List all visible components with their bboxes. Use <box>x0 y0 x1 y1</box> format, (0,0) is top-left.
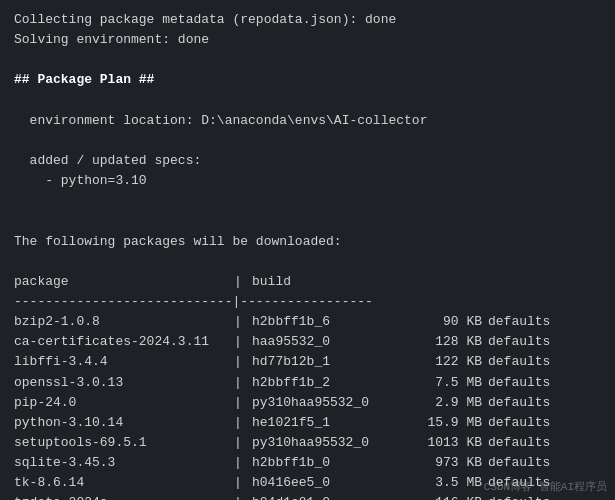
pkg-build: py310haa95532_0 <box>252 433 412 453</box>
table-header: package | build <box>14 272 601 292</box>
table-row: bzip2-1.0.8 | h2bbff1b_6 90 KB defaults <box>14 312 601 332</box>
line-empty-5 <box>14 211 601 231</box>
pkg-channel: defaults <box>482 352 562 372</box>
pkg-name: libffi-3.4.4 <box>14 352 234 372</box>
pkg-channel: defaults <box>482 433 562 453</box>
table-divider: ----------------------------|-----------… <box>14 292 601 312</box>
pkg-name: python-3.10.14 <box>14 413 234 433</box>
table-row: sqlite-3.45.3 | h2bbff1b_0 973 KB defaul… <box>14 453 601 473</box>
pkg-channel: defaults <box>482 393 562 413</box>
pkg-sep: | <box>234 473 252 493</box>
pkg-channel: defaults <box>482 312 562 332</box>
pkg-sep: | <box>234 312 252 332</box>
line-empty-2 <box>14 91 601 111</box>
line-package-plan: ## Package Plan ## <box>14 70 601 90</box>
table-row: pip-24.0 | py310haa95532_0 2.9 MB defaul… <box>14 393 601 413</box>
pkg-size: 7.5 MB <box>412 373 482 393</box>
pkg-channel: defaults <box>482 413 562 433</box>
table-row: openssl-3.0.13 | h2bbff1b_2 7.5 MB defau… <box>14 373 601 393</box>
pkg-build: h2bbff1b_2 <box>252 373 412 393</box>
line-following-packages: The following packages will be downloade… <box>14 232 601 252</box>
pkg-name: openssl-3.0.13 <box>14 373 234 393</box>
pkg-size: 90 KB <box>412 312 482 332</box>
table-row: ca-certificates-2024.3.11 | haa95532_0 1… <box>14 332 601 352</box>
pkg-sep: | <box>234 373 252 393</box>
pkg-size: 3.5 MB <box>412 473 482 493</box>
pkg-size: 15.9 MB <box>412 413 482 433</box>
pkg-build: h04d1e81_0 <box>252 493 412 500</box>
pkg-sep: | <box>234 453 252 473</box>
pkg-name: pip-24.0 <box>14 393 234 413</box>
watermark-text: CSDN博客 智能AI程序员 <box>484 479 607 494</box>
table-row: libffi-3.4.4 | hd77b12b_1 122 KB default… <box>14 352 601 372</box>
pkg-channel: defaults <box>482 332 562 352</box>
pkg-build: h2bbff1b_6 <box>252 312 412 332</box>
pkg-name: setuptools-69.5.1 <box>14 433 234 453</box>
pkg-size: 116 KB <box>412 493 482 500</box>
col-header-package: package <box>14 272 234 292</box>
pkg-name: sqlite-3.45.3 <box>14 453 234 473</box>
col-header-sep: | <box>234 272 252 292</box>
pkg-build: hd77b12b_1 <box>252 352 412 372</box>
line-empty-1 <box>14 50 601 70</box>
line-empty-3 <box>14 131 601 151</box>
pkg-sep: | <box>234 493 252 500</box>
table-row: tzdata-2024a | h04d1e81_0 116 KB default… <box>14 493 601 500</box>
pkg-build: py310haa95532_0 <box>252 393 412 413</box>
pkg-size: 973 KB <box>412 453 482 473</box>
pkg-size: 1013 KB <box>412 433 482 453</box>
pkg-size: 128 KB <box>412 332 482 352</box>
line-empty-4 <box>14 191 601 211</box>
pkg-sep: | <box>234 332 252 352</box>
line-env-location: environment location: D:\anaconda\envs\A… <box>14 111 601 131</box>
pkg-channel: defaults <box>482 493 562 500</box>
table-row: setuptools-69.5.1 | py310haa95532_0 1013… <box>14 433 601 453</box>
pkg-build: h2bbff1b_0 <box>252 453 412 473</box>
pkg-name: ca-certificates-2024.3.11 <box>14 332 234 352</box>
col-header-build: build <box>252 272 412 292</box>
pkg-sep: | <box>234 433 252 453</box>
line-python-spec: - python=3.10 <box>14 171 601 191</box>
pkg-build: haa95532_0 <box>252 332 412 352</box>
pkg-name: tk-8.6.14 <box>14 473 234 493</box>
line-metadata: Collecting package metadata (repodata.js… <box>14 10 601 30</box>
pkg-channel: defaults <box>482 373 562 393</box>
pkg-size: 2.9 MB <box>412 393 482 413</box>
table-row: python-3.10.14 | he1021f5_1 15.9 MB defa… <box>14 413 601 433</box>
pkg-size: 122 KB <box>412 352 482 372</box>
pkg-name: bzip2-1.0.8 <box>14 312 234 332</box>
pkg-name: tzdata-2024a <box>14 493 234 500</box>
line-added-updated: added / updated specs: <box>14 151 601 171</box>
pkg-build: he1021f5_1 <box>252 413 412 433</box>
pkg-build: h0416ee5_0 <box>252 473 412 493</box>
pkg-channel: defaults <box>482 453 562 473</box>
line-solving: Solving environment: done <box>14 30 601 50</box>
pkg-sep: | <box>234 413 252 433</box>
pkg-sep: | <box>234 393 252 413</box>
line-empty-6 <box>14 252 601 272</box>
terminal-window: Collecting package metadata (repodata.js… <box>0 0 615 500</box>
pkg-sep: | <box>234 352 252 372</box>
